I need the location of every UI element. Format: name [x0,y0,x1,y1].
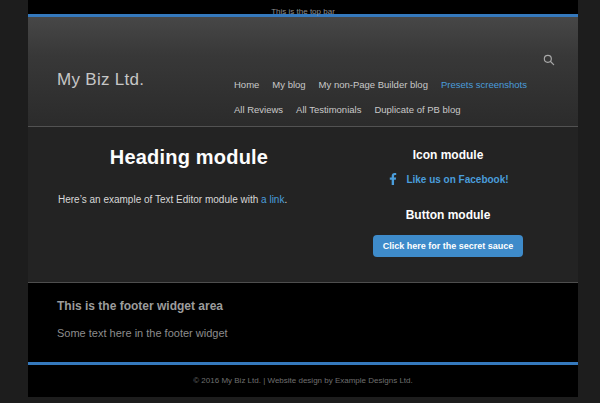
nav-item-non-page-builder-blog[interactable]: My non-Page Builder blog [319,79,428,90]
nav-item-presets-screenshots[interactable]: Presets screenshots [441,79,527,90]
nav-item-home[interactable]: Home [234,79,259,90]
bottom-footer: © 2016 My Biz Ltd. | Website design by E… [28,365,578,397]
nav-item-all-reviews[interactable]: All Reviews [234,104,283,115]
copyright-text: © 2016 My Biz Ltd. | Website design by E… [193,376,413,385]
nav-row-2: All Reviews All Testimonials Duplicate o… [234,104,534,115]
top-bar: This is the top bar [28,0,578,14]
search-icon[interactable] [542,53,558,69]
nav-item-duplicate-pb-blog[interactable]: Duplicate of PB blog [374,104,460,115]
nav-item-my-blog[interactable]: My blog [272,79,305,90]
text-editor-module: Here’s an example of Text Editor module … [58,194,320,205]
nav-row-1: Home My blog My non-Page Builder blog Pr… [234,79,534,90]
heading-module: Heading module [58,146,320,169]
icon-module-title: Icon module [348,148,548,162]
site-logo[interactable]: My Biz Ltd. [57,70,144,90]
facebook-link[interactable]: Like us on Facebook! [348,173,548,185]
secret-sauce-button[interactable]: Click here for the secret sauce [373,235,524,257]
nav-item-all-testimonials[interactable]: All Testimonials [296,104,361,115]
main-nav: Home My blog My non-Page Builder blog Pr… [234,79,534,129]
footer-widget-text: Some text here in the footer widget [57,327,549,339]
site-header: My Biz Ltd. Home My blog My non-Page Bui… [28,17,578,127]
button-module-title: Button module [348,208,548,222]
facebook-link-label: Like us on Facebook! [406,174,508,185]
inline-link[interactable]: a link [261,194,284,205]
top-bar-text: This is the top bar [271,7,335,16]
text-column: Heading module Here’s an example of Text… [58,127,320,282]
footer-widget-title: This is the footer widget area [57,299,549,313]
facebook-icon [387,173,399,185]
text-before-link: Here’s an example of Text Editor module … [58,194,261,205]
footer-widget-area: This is the footer widget area Some text… [28,283,578,362]
site-page: This is the top bar My Biz Ltd. Home My … [28,0,578,397]
modules-column: Icon module Like us on Facebook! Button … [348,127,548,282]
text-after-link: . [284,194,287,205]
content-row: Heading module Here’s an example of Text… [28,127,578,283]
